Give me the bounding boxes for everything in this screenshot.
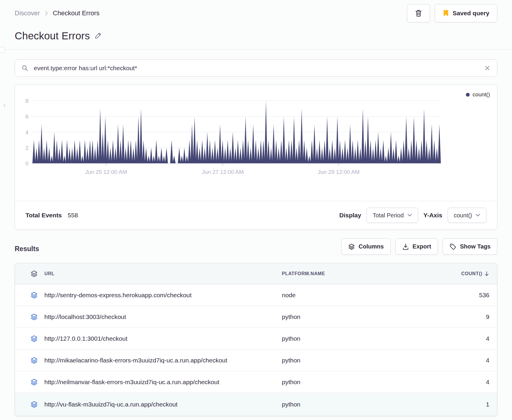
panel-collapse-chevron[interactable]: ‹ bbox=[4, 102, 6, 108]
column-header-count[interactable]: COUNT() bbox=[461, 271, 489, 277]
yaxis-dropdown-value: count() bbox=[454, 212, 472, 219]
table-body: http://sentry-demos-express.herokuapp.co… bbox=[15, 284, 497, 416]
row-url: http://sentry-demos-express.herokuapp.co… bbox=[44, 292, 282, 299]
stack-icon[interactable] bbox=[24, 291, 44, 299]
svg-text:Jun 27 12:00 AM: Jun 27 12:00 AM bbox=[202, 169, 244, 175]
breadcrumb-current: Checkout Errors bbox=[53, 9, 100, 17]
display-dropdown-value: Total Period bbox=[373, 212, 404, 219]
svg-text:6: 6 bbox=[25, 113, 29, 120]
chart-legend[interactable]: count() bbox=[466, 91, 490, 98]
stack-icon[interactable] bbox=[24, 270, 44, 278]
row-count: 1 bbox=[486, 401, 489, 408]
yaxis-dropdown[interactable]: count() bbox=[448, 208, 486, 223]
discover-page: Discover Checkout Errors bbox=[0, 0, 512, 416]
svg-text:Jun 29 12:00 AM: Jun 29 12:00 AM bbox=[318, 169, 359, 175]
row-count: 4 bbox=[486, 357, 489, 364]
row-url: http://127.0.0.1:3001/checkout bbox=[44, 335, 282, 342]
row-url: http://neilmanvar-flask-errors-m3uuizd7i… bbox=[44, 379, 282, 386]
sidebar-toggle-handle[interactable] bbox=[0, 47, 5, 53]
chart-controls: Display Total Period Y-Axis count() bbox=[339, 208, 486, 223]
row-platform: python bbox=[282, 313, 417, 320]
chevron-down-icon bbox=[476, 214, 480, 217]
search-icon bbox=[21, 65, 29, 72]
breadcrumb-discover[interactable]: Discover bbox=[15, 9, 40, 17]
row-platform: python bbox=[282, 379, 417, 386]
layers-icon bbox=[348, 243, 355, 250]
chart-area: count() 02468Jun 25 12:00 AMJun 27 12:00… bbox=[15, 85, 497, 201]
header-actions: Saved query bbox=[407, 4, 497, 22]
breadcrumb: Discover Checkout Errors bbox=[15, 9, 100, 17]
trash-icon bbox=[415, 9, 422, 17]
yaxis-label: Y-Axis bbox=[424, 212, 442, 219]
svg-text:4: 4 bbox=[25, 129, 29, 135]
download-icon bbox=[402, 243, 409, 250]
delete-query-button[interactable] bbox=[407, 4, 430, 22]
tag-icon bbox=[449, 243, 456, 250]
results-header: Results Columns Export bbox=[15, 238, 497, 255]
edit-title-pencil-icon[interactable] bbox=[95, 32, 102, 40]
row-url: http://mikaelacarino-flask-errors-m3uuiz… bbox=[44, 357, 282, 364]
search-bar bbox=[15, 59, 497, 77]
display-label: Display bbox=[339, 212, 361, 219]
stack-icon[interactable] bbox=[24, 313, 44, 321]
results-heading: Results bbox=[15, 245, 39, 255]
row-platform: python bbox=[282, 335, 417, 342]
stack-icon[interactable] bbox=[24, 401, 44, 408]
export-button[interactable]: Export bbox=[395, 238, 438, 255]
results-actions: Columns Export Show Tags bbox=[341, 238, 497, 255]
row-platform: python bbox=[282, 357, 417, 364]
clear-search-icon[interactable] bbox=[484, 65, 491, 71]
search-input[interactable] bbox=[33, 64, 479, 72]
title-row: Checkout Errors bbox=[15, 30, 497, 42]
columns-button[interactable]: Columns bbox=[341, 238, 391, 255]
svg-text:8: 8 bbox=[25, 98, 29, 104]
saved-query-label: Saved query bbox=[453, 10, 489, 17]
table-row[interactable]: http://sentry-demos-express.herokuapp.co… bbox=[15, 284, 497, 306]
legend-label: count() bbox=[473, 91, 490, 98]
show-tags-button[interactable]: Show Tags bbox=[443, 238, 497, 255]
row-count: 4 bbox=[486, 379, 489, 386]
column-header-url[interactable]: URL bbox=[44, 271, 282, 276]
header-divider bbox=[0, 49, 512, 50]
table-row[interactable]: http://127.0.0.1:3001/checkout python 4 bbox=[15, 328, 497, 350]
show-tags-button-label: Show Tags bbox=[460, 243, 491, 250]
svg-text:Jun 25 12:00 AM: Jun 25 12:00 AM bbox=[85, 169, 127, 175]
row-url: http://vu-flask-m3uuizd7iq-uc.a.run.app/… bbox=[44, 401, 282, 408]
row-count: 9 bbox=[486, 313, 489, 320]
table-row[interactable]: http://localhost:3003/checkout python 9 bbox=[15, 306, 497, 328]
results-table: URL PLATFORM.NAME COUNT() http://sentry-… bbox=[15, 263, 497, 416]
table-row[interactable]: http://neilmanvar-flask-errors-m3uuizd7i… bbox=[15, 371, 497, 393]
stack-icon[interactable] bbox=[24, 357, 44, 364]
table-row[interactable]: http://mikaelacarino-flask-errors-m3uuiz… bbox=[15, 350, 497, 371]
saved-query-button[interactable]: Saved query bbox=[435, 4, 497, 22]
chevron-right-icon bbox=[44, 10, 49, 16]
page-title: Checkout Errors bbox=[15, 30, 90, 42]
columns-button-label: Columns bbox=[359, 243, 384, 250]
stack-icon[interactable] bbox=[24, 335, 44, 342]
export-button-label: Export bbox=[413, 243, 431, 250]
sort-desc-arrow-icon bbox=[484, 271, 489, 277]
svg-text:0: 0 bbox=[25, 160, 29, 167]
row-platform: node bbox=[282, 292, 417, 299]
row-url: http://localhost:3003/checkout bbox=[44, 313, 282, 320]
column-header-platform[interactable]: PLATFORM.NAME bbox=[282, 271, 417, 276]
table-row[interactable]: http://vu-flask-m3uuizd7iq-uc.a.run.app/… bbox=[15, 393, 497, 416]
display-dropdown[interactable]: Total Period bbox=[367, 208, 418, 223]
svg-text:2: 2 bbox=[25, 145, 29, 151]
chart-panel: count() 02468Jun 25 12:00 AMJun 27 12:00… bbox=[15, 85, 497, 230]
table-header-row: URL PLATFORM.NAME COUNT() bbox=[15, 263, 497, 284]
legend-dot bbox=[466, 93, 470, 97]
row-platform: python bbox=[282, 401, 417, 408]
total-events-label: Total Events bbox=[26, 212, 62, 219]
page-header: Discover Checkout Errors bbox=[15, 0, 497, 22]
row-count: 4 bbox=[486, 335, 489, 342]
stack-icon[interactable] bbox=[24, 378, 44, 386]
chevron-down-icon bbox=[407, 214, 412, 217]
events-area-chart[interactable]: 02468Jun 25 12:00 AMJun 27 12:00 AMJun 2… bbox=[15, 85, 497, 176]
chart-footer: Total Events 558 Display Total Period Y-… bbox=[15, 201, 497, 229]
bookmark-icon bbox=[443, 9, 449, 17]
row-count: 536 bbox=[479, 292, 489, 299]
total-events-value: 558 bbox=[68, 212, 78, 219]
